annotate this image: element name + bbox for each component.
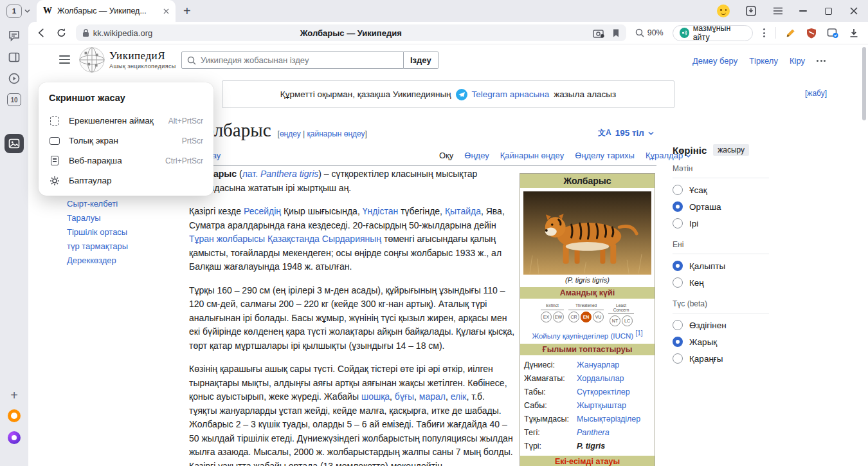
tab-history[interactable]: Өңделу тарихы — [575, 151, 635, 160]
inline-link[interactable]: Үндістан — [363, 206, 399, 216]
status-circle[interactable]: EW — [553, 312, 564, 322]
sidebar-video-icon[interactable] — [8, 72, 21, 85]
radio-button[interactable] — [673, 337, 683, 347]
header-more-icon[interactable] — [817, 60, 826, 62]
radio-option[interactable]: Қараңғы — [673, 350, 769, 367]
search-field[interactable] — [181, 51, 404, 69]
radio-button[interactable] — [673, 353, 683, 364]
radio-option[interactable]: Ұсақ — [673, 182, 769, 198]
address-bar[interactable]: kk.wikipedia.org Жолбарыс — Уикипедия — [76, 24, 626, 41]
inline-link[interactable]: Сырдарияның — [322, 234, 381, 244]
adblock-shield-icon[interactable] — [806, 28, 817, 39]
radio-option[interactable]: Орташа — [673, 198, 769, 215]
radio-option[interactable]: Кең — [673, 274, 769, 291]
sidebar-chat-icon[interactable] — [8, 30, 21, 42]
menu-item-fullscreen[interactable]: Толық экран PrtScr — [39, 131, 213, 151]
inline-link[interactable]: бұғы — [395, 391, 414, 402]
back-button[interactable] — [36, 27, 47, 39]
tab-close-button[interactable] — [163, 8, 169, 14]
menu-item-selected-area[interactable]: Ерекшеленген аймақ Alt+PrtScr — [39, 111, 213, 131]
toc-link[interactable]: Сырт-келбеті — [67, 197, 128, 211]
radio-option[interactable]: Қалыпты — [673, 257, 769, 274]
radio-button[interactable] — [673, 185, 683, 195]
language-selector-button[interactable]: 文A 195 тіл — [598, 127, 654, 138]
reference-link[interactable]: [1] — [635, 330, 642, 337]
toc-link[interactable]: Таралуы — [67, 211, 128, 225]
toc-link[interactable]: түр тармақтары — [67, 239, 128, 254]
zoom-indicator[interactable]: 90% — [635, 28, 664, 37]
window-close-button[interactable] — [850, 7, 858, 15]
taxon-link[interactable]: Хордалылар — [577, 372, 624, 386]
inline-link[interactable]: лат. — [242, 169, 258, 179]
toc-link[interactable]: Дереккөздер — [67, 254, 128, 268]
screenshot-camera-icon[interactable] — [593, 28, 604, 38]
sidebar-alice-icon[interactable] — [8, 431, 21, 444]
page-scrollbar[interactable] — [862, 47, 866, 120]
menu-item-webpage[interactable]: Веб-парақша Ctrl+PrtScr — [39, 151, 213, 171]
radio-option[interactable]: Ірі — [673, 215, 769, 232]
download-icon[interactable] — [849, 28, 859, 39]
inline-link[interactable]: елік — [451, 391, 467, 402]
search-button[interactable]: Іздеу — [404, 51, 439, 69]
status-circle[interactable]: EX — [541, 312, 552, 322]
search-input[interactable] — [201, 55, 398, 65]
sidebar-panels-icon[interactable] — [8, 51, 21, 64]
tab-read[interactable]: Оқу — [439, 151, 453, 160]
wikipedia-globe-logo[interactable] — [78, 46, 105, 74]
inline-link[interactable]: Тұран жолбарысы — [189, 234, 265, 244]
status-circle[interactable]: LC — [622, 315, 633, 326]
status-circle[interactable]: CR — [568, 312, 579, 322]
new-tab-button[interactable]: + — [176, 1, 199, 21]
taxon-link[interactable]: Жануарлар — [577, 359, 619, 372]
status-circle[interactable]: EN — [581, 312, 592, 322]
maximize-button[interactable] — [825, 8, 832, 15]
sidebar-tabs-counter[interactable]: 10 — [7, 93, 21, 106]
sidebar-add-icon[interactable]: + — [10, 390, 18, 400]
sidebar-screenshot-icon[interactable] — [5, 134, 24, 153]
inline-link[interactable]: марал — [419, 391, 446, 402]
protect-icon[interactable] — [827, 28, 838, 39]
inline-link[interactable]: Қытайда — [445, 206, 481, 216]
radio-button[interactable] — [673, 201, 683, 212]
inline-link[interactable]: Ресейдің — [244, 206, 281, 216]
appearance-hide-button[interactable]: жасыру — [713, 144, 749, 156]
iucn-link[interactable]: Жойылу қаупіндегілер (IUCN) — [532, 332, 633, 340]
radio-button[interactable] — [673, 277, 683, 288]
radio-button[interactable] — [673, 320, 683, 330]
edit-source-link[interactable]: қайнарын өңдеу — [307, 129, 365, 138]
tab-counter[interactable]: 1 — [6, 5, 30, 18]
read-aloud-button[interactable]: мазмұнын айту — [673, 25, 753, 41]
more-options-icon[interactable] — [762, 28, 766, 37]
browser-tab[interactable]: W Жолбарыс — Уикипед... — [37, 0, 176, 22]
donate-link[interactable]: Демеу беру — [692, 56, 737, 66]
status-circle[interactable]: NT — [610, 315, 620, 326]
wiki-menu-button[interactable] — [59, 55, 70, 64]
taxon-link[interactable]: Жыртқыштар — [577, 399, 626, 413]
downloads-panel-icon[interactable] — [745, 5, 757, 17]
wiki-logo[interactable]: УикипедиЯ Ашық энциклопедиясы — [109, 50, 176, 70]
register-link[interactable]: Тіркелу — [749, 56, 778, 66]
taxon-link[interactable]: Panthera — [577, 426, 610, 440]
radio-button[interactable] — [673, 218, 683, 228]
radio-option[interactable]: Жарық — [673, 333, 769, 350]
inline-link[interactable]: Қазақстанда — [267, 234, 320, 244]
rewards-smiley-icon[interactable] — [717, 5, 730, 17]
inline-link[interactable]: шошқа — [361, 391, 390, 402]
telegram-link[interactable]: Telegram арнасына — [472, 89, 550, 99]
reload-button[interactable] — [56, 27, 67, 39]
tab-edit[interactable]: Өңдеу — [464, 151, 489, 160]
inline-link[interactable]: Panthera tigris — [260, 169, 318, 179]
edit-pencil-icon[interactable] — [785, 28, 796, 39]
edit-link[interactable]: өңдеу — [280, 129, 301, 138]
tiger-image[interactable] — [523, 191, 651, 275]
radio-option[interactable]: Өздігінен — [673, 317, 769, 333]
chevron-down-icon[interactable] — [24, 9, 30, 13]
taxon-link[interactable]: Мысықтәрізділер — [577, 413, 640, 426]
menu-item-settings[interactable]: Баптаулар — [39, 171, 213, 191]
radio-button[interactable] — [673, 261, 683, 271]
sidebar-zen-icon[interactable] — [8, 409, 21, 422]
banner-close-link[interactable]: [жабу] — [805, 89, 827, 98]
toc-link[interactable]: Тіршілік ортасы — [67, 225, 128, 239]
bookmark-flag-icon[interactable] — [612, 28, 620, 38]
tab-edit-source[interactable]: Қайнарын өңдеу — [500, 151, 564, 160]
